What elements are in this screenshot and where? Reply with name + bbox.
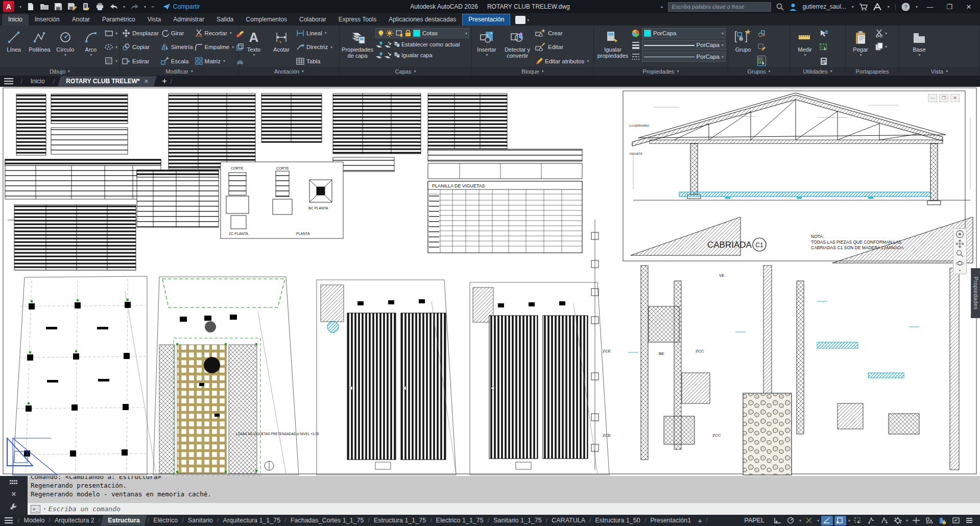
crosshair-icon[interactable] [910,516,922,525]
autocad-app-logo[interactable]: A [3,1,14,12]
restore-button[interactable]: ❐ [942,3,957,11]
panel-label-bloque[interactable]: Bloque▾ [472,67,593,76]
layer-dropdown[interactable]: Cotas ▾ [375,28,469,38]
new-drawing-tab-button[interactable]: + [162,76,167,86]
open-from-web-mobile-icon[interactable] [81,3,90,11]
tabla-button[interactable]: Tabla [296,56,332,66]
girar-button[interactable]: Girar [161,28,193,38]
panel-label-modificar[interactable]: Modificar▾ [120,67,238,76]
crear-bloque-button[interactable]: Crear [535,28,589,38]
layout-tab-sanitario[interactable]: Sanitario [184,516,217,525]
help-icon[interactable]: ? [901,3,910,11]
tab-complementos[interactable]: Complementos [240,14,293,26]
layout-menu-icon[interactable] [0,517,17,523]
minimize-button[interactable]: — [923,3,937,11]
search-input[interactable]: Escriba palabra clave o frase [668,2,771,12]
panel-label-anotacion[interactable]: Anotación▾ [239,67,339,76]
search-expand-caret[interactable]: ▸ [661,5,663,9]
command-close-icon[interactable]: ✕ [11,490,17,498]
igualar-capa-button[interactable]: Igualar capa [375,51,469,60]
help-caret[interactable]: ▾ [916,5,918,9]
linea-button[interactable]: Línea [2,27,26,67]
undo-caret[interactable]: ▾ [123,5,125,9]
grupo-button[interactable]: Grupo [730,27,756,67]
desagrupar-button[interactable] [758,29,766,38]
tab-presentacion[interactable]: Presentación [462,14,510,26]
tab-aplicaciones-destacadas[interactable]: Aplicaciones destacadas [383,14,462,26]
new-file-icon[interactable] [26,3,35,11]
propiedades-de-capa-button[interactable]: Propiedadesde capa [342,27,373,67]
layout-tab-estructura[interactable]: Estructura [101,515,147,525]
layout-tab-electrico-1-1-75[interactable]: Electrico 1_1_75 [433,516,487,525]
navigation-bar[interactable]: ▾ [953,228,967,274]
copiar-al-portapapeles-button[interactable]: ▾ [875,42,887,51]
command-history[interactable]: Comando: <Cambiando a: Estructura> Regen… [28,476,980,503]
isodraft-icon[interactable] [803,516,815,525]
insertar-button[interactable]: Insertar▾ [474,27,499,67]
command-customize-icon[interactable] [10,480,18,486]
layout-tab-sanitario-1-1-75[interactable]: Sanitario 1_1_75 [490,516,545,525]
redo-caret[interactable]: ▾ [144,5,146,9]
lineweight-dropdown[interactable]: PorCapa▾ [642,40,726,50]
editar-grupo-button[interactable] [758,42,766,52]
elipse-button[interactable]: ▾ [105,42,117,52]
file-tab-document[interactable]: ROTARY CLUB TRELEW*✕ [58,76,157,86]
tab-insercion[interactable]: Inserción [29,14,66,26]
orbit-icon[interactable] [955,259,964,268]
medir-button[interactable]: Medir▾ [792,27,818,67]
graphics-performance-icon[interactable]: ! [937,516,948,525]
layout-tab-caratula[interactable]: CARATULA [548,516,589,525]
object-snap-icon[interactable] [834,516,846,525]
panel-label-grupos[interactable]: Grupos▾ [728,67,790,76]
osnap-caret[interactable]: ▾ [848,518,850,523]
estirar-button[interactable]: Estirar [122,56,159,66]
layout-tab-presentacion1[interactable]: Presentación1 [647,516,695,525]
sombreado-button[interactable]: ▾ [105,56,117,65]
editar-bloque-button[interactable]: Editar [535,42,589,52]
tab-colaborar[interactable]: Colaborar [293,14,332,26]
viewport-close-icon[interactable]: ✕ [950,94,960,102]
layout-tab-estructura-1-1-75[interactable]: Estructura 1_1_75 [370,516,429,525]
gear-caret[interactable]: ▾ [906,518,908,523]
arco-button[interactable]: Arco▾ [79,27,103,67]
rectangulo-button[interactable]: ▾ [105,29,117,38]
share-button[interactable]: Compartir [162,3,200,10]
new-layout-button[interactable]: + [698,516,702,525]
ortho-icon[interactable] [772,516,784,525]
layout-tab-modelo[interactable]: Modelo [20,516,48,525]
drawing-area[interactable]: CORTE CORTE ZC PLANTA BC PLANTA PLANTA P… [0,87,980,476]
panel-label-propiedades[interactable]: Propiedades▾ [594,67,728,76]
polar-caret[interactable]: ▾ [799,518,801,523]
polilinea-button[interactable]: Polilínea [28,27,51,67]
clean-screen-icon[interactable] [950,516,962,525]
panel-label-portapapeles[interactable]: Portapapeles [846,67,899,76]
close-button[interactable]: ✕ [962,3,976,11]
empalme-button[interactable]: Empalme▾ [195,42,234,52]
igualar-propiedades-button[interactable]: Igualarpropiedades [596,27,630,67]
escala-button[interactable]: Escala [161,56,193,66]
save-as-icon[interactable] [67,3,77,11]
tab-vista[interactable]: Vista [141,14,167,26]
tab-anotar[interactable]: Anotar [66,14,96,26]
seleccion-de-grupo-button[interactable] [758,56,766,65]
layout-tab-electrico[interactable]: Eléctrico [150,516,181,525]
layout-tab-fachadas-cortes[interactable]: Fachadas_Cortes 1_1_75 [287,516,368,525]
user-menu-caret[interactable]: ▾ [852,5,854,9]
command-wrench-icon[interactable] [10,503,18,511]
propiedades-palette-tab[interactable]: Propiedades [971,268,980,318]
acotar-button[interactable]: Acotar [269,27,294,67]
establecer-como-actual-button[interactable]: Establecer como actual [375,40,469,49]
recent-commands-caret[interactable]: ▾ [43,507,46,511]
annotation-monitor-icon[interactable] [923,516,935,525]
directriz-button[interactable]: Directriz▾ [296,42,332,52]
user-name[interactable]: gutierrez_saul... [802,3,846,10]
paper-space-button[interactable]: PAPEL [742,516,768,524]
plot-icon[interactable] [95,3,104,11]
layout-tab-arquitectura-2[interactable]: Arquitectura 2 [51,516,98,525]
tab-express-tools[interactable]: Express Tools [332,14,383,26]
panel-label-capas[interactable]: Capas▾ [340,67,471,76]
autodesk-logo-icon[interactable] [873,3,882,10]
texto-button[interactable]: ATexto▾ [241,27,267,67]
recortar-button[interactable]: Recortar▾ [195,28,234,38]
layout-tab-estructura-1-50[interactable]: Estructura 1_50 [591,516,643,525]
